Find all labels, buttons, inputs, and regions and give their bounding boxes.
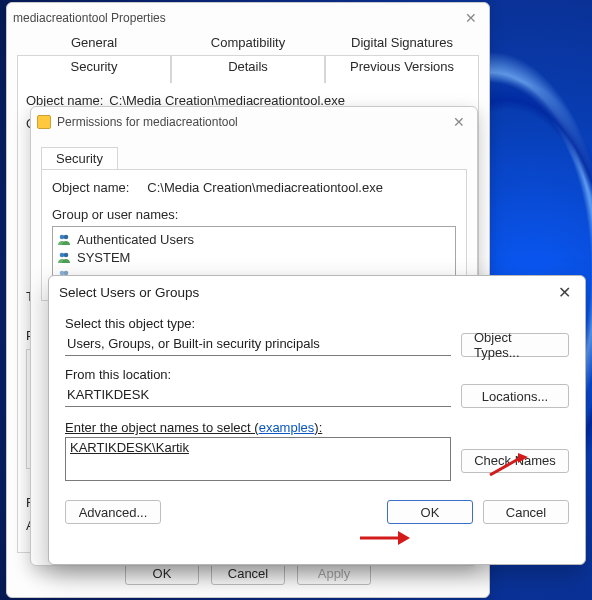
cancel-button[interactable]: Cancel (483, 500, 569, 524)
tab-compatibility[interactable]: Compatibility (171, 35, 325, 55)
svg-point-2 (60, 253, 65, 258)
svg-point-1 (64, 235, 69, 240)
tab-general[interactable]: General (17, 35, 171, 55)
group-user-names-label: Group or user names: (52, 207, 456, 222)
tab-details[interactable]: Details (171, 55, 325, 83)
location-label: From this location: (65, 367, 569, 382)
svg-point-0 (60, 235, 65, 240)
tab-digital-signatures[interactable]: Digital Signatures (325, 35, 479, 55)
object-type-label: Select this object type: (65, 316, 569, 331)
list-item: SYSTEM (57, 248, 451, 266)
tab-security[interactable]: Security (41, 147, 118, 169)
select-title: Select Users or Groups (59, 285, 199, 300)
permissions-title: Permissions for mediacreationtool (57, 115, 238, 129)
properties-tabs-row2: Security Details Previous Versions (7, 55, 489, 83)
users-icon (57, 233, 71, 245)
users-icon (57, 251, 71, 263)
list-item-label: Authenticated Users (77, 232, 194, 247)
object-names-input[interactable] (65, 437, 451, 481)
select-users-groups-window: Select Users or Groups ✕ Select this obj… (48, 275, 586, 565)
close-icon[interactable]: ✕ (459, 8, 483, 28)
properties-titlebar: mediacreationtool Properties ✕ (7, 3, 489, 33)
examples-link[interactable]: examples (259, 420, 315, 435)
close-icon[interactable]: ✕ (447, 112, 471, 132)
locations-button[interactable]: Locations... (461, 384, 569, 408)
object-type-value: Users, Groups, or Built-in security prin… (67, 336, 320, 351)
list-item-label: SYSTEM (77, 250, 130, 265)
properties-tabs-row1: General Compatibility Digital Signatures (7, 33, 489, 55)
list-item: Authenticated Users (57, 230, 451, 248)
object-types-button[interactable]: Object Types... (461, 333, 569, 357)
advanced-button[interactable]: Advanced... (65, 500, 161, 524)
object-name-value: C:\Media Creation\mediacreationtool.exe (147, 180, 383, 195)
tab-previous-versions[interactable]: Previous Versions (325, 55, 479, 83)
location-field: KARTIKDESK (65, 385, 451, 407)
properties-title: mediacreationtool Properties (13, 11, 166, 25)
folder-icon (37, 115, 51, 129)
object-names-label: Enter the object names to select (exampl… (65, 420, 569, 435)
object-type-field: Users, Groups, or Built-in security prin… (65, 334, 451, 356)
location-value: KARTIKDESK (67, 387, 149, 402)
tab-security[interactable]: Security (17, 55, 171, 83)
select-titlebar: Select Users or Groups ✕ (49, 276, 585, 308)
permissions-titlebar: Permissions for mediacreationtool ✕ (31, 107, 477, 137)
svg-point-3 (64, 253, 69, 258)
close-icon[interactable]: ✕ (554, 283, 575, 302)
check-names-button[interactable]: Check Names (461, 449, 569, 473)
ok-button[interactable]: OK (387, 500, 473, 524)
object-name-label: Object name: (52, 180, 129, 195)
